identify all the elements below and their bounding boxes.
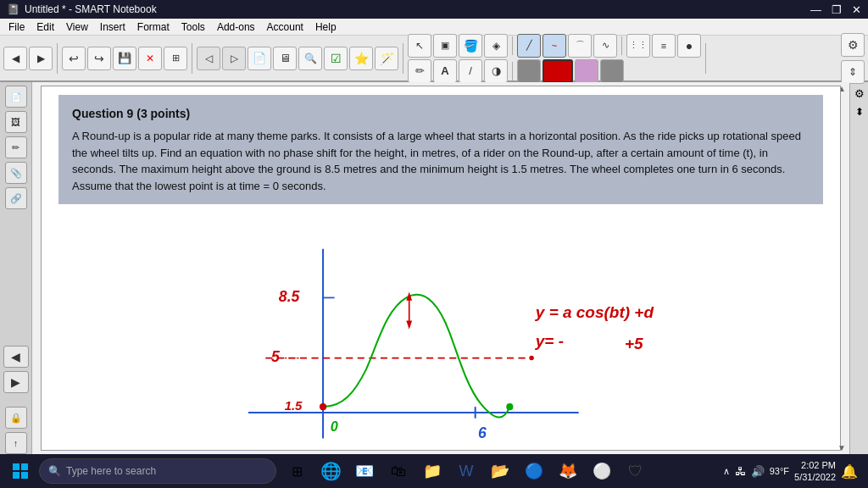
search-icon: 🔍 xyxy=(48,465,61,477)
color1[interactable] xyxy=(517,59,541,83)
notification-icon[interactable]: 🔔 xyxy=(841,463,858,480)
store-icon[interactable]: 🛍 xyxy=(383,456,414,486)
left-arrow[interactable]: ◀ xyxy=(3,346,29,368)
attachments-button[interactable]: 📎 xyxy=(5,162,27,184)
fill-tool[interactable]: 🪣 xyxy=(459,34,482,58)
expand-button[interactable]: ⇕ xyxy=(841,60,865,84)
menu-item-add-ons[interactable]: Add-ons xyxy=(212,20,260,34)
chrome2-icon[interactable]: ⚪ xyxy=(587,456,617,486)
magic-button[interactable]: 🪄 xyxy=(375,47,398,70)
right-panel: ⚙ ⬍ xyxy=(849,82,868,454)
menu-item-edit[interactable]: Edit xyxy=(31,20,59,34)
color-red[interactable] xyxy=(542,59,573,83)
color4[interactable] xyxy=(600,59,624,83)
layout-tool[interactable]: ≡ xyxy=(652,34,676,58)
pen-tool[interactable]: ✏ xyxy=(408,59,431,83)
restore-button[interactable]: ❐ xyxy=(832,3,842,16)
lock-button[interactable]: 🔒 xyxy=(5,407,27,429)
select-tool[interactable]: ↖ xyxy=(408,34,431,58)
highlight-tool[interactable]: ◑ xyxy=(484,59,508,83)
chrome-icon[interactable]: 🔵 xyxy=(519,456,549,486)
taskbar-right: ∧ 🖧 🔊 93°F 2:02 PM 5/31/2022 🔔 xyxy=(723,459,865,484)
menu-item-tools[interactable]: Tools xyxy=(176,20,210,34)
zoom-button[interactable]: 🔍 xyxy=(298,47,322,70)
prev-page-button[interactable]: ◁ xyxy=(197,47,220,70)
save2-button[interactable]: 📄 xyxy=(248,47,271,70)
forward-button[interactable]: ▶ xyxy=(29,47,53,70)
screen-button[interactable]: 🖥 xyxy=(273,47,297,70)
question-box: Question 9 (3 points) A Round-up is a po… xyxy=(58,95,823,204)
close-button[interactable]: ✕ xyxy=(852,3,861,16)
titlebar-controls[interactable]: — ❐ ✕ xyxy=(810,3,861,16)
search-bar[interactable]: 🔍 Type here to search xyxy=(39,458,276,484)
menu-item-account[interactable]: Account xyxy=(262,20,309,34)
taskbar-app-icons: ⊞ 🌐 📧 🛍 📁 W 📂 🔵 🦊 ⚪ 🛡 xyxy=(281,456,651,486)
grid-button[interactable]: ⊞ xyxy=(164,47,187,70)
page-thumb-button[interactable]: 📄 xyxy=(5,86,27,108)
svg-point-4 xyxy=(529,356,533,360)
menu-item-view[interactable]: View xyxy=(61,20,93,34)
menu-item-format[interactable]: Format xyxy=(132,20,175,34)
color3[interactable] xyxy=(575,59,598,83)
line-tool3[interactable]: ⌒ xyxy=(568,34,592,58)
links-button[interactable]: 🔗 xyxy=(5,187,27,209)
menu-item-help[interactable]: Help xyxy=(310,20,342,34)
line-tool1[interactable]: ╱ xyxy=(517,34,541,58)
gallery-button[interactable]: 🖼 xyxy=(5,111,27,133)
search-placeholder: Type here to search xyxy=(66,465,156,477)
erase-tool[interactable]: ◈ xyxy=(484,34,508,58)
expand-right-button[interactable]: ⬍ xyxy=(852,104,867,119)
grid-toggle[interactable]: ⋮⋮ xyxy=(626,34,650,58)
explorer-icon[interactable]: 📁 xyxy=(417,456,448,486)
star-button[interactable]: ⭐ xyxy=(349,47,373,70)
nav-group: ◀ ▶ xyxy=(3,47,53,70)
svg-rect-23 xyxy=(21,472,28,479)
line-tool4[interactable]: ∿ xyxy=(593,34,617,58)
sep4 xyxy=(512,36,513,55)
sep7 xyxy=(705,43,706,74)
next-page-button[interactable]: ▷ xyxy=(222,47,246,70)
text-tool[interactable]: A xyxy=(433,59,457,83)
svg-text:+5: +5 xyxy=(625,335,643,352)
delete-button[interactable]: ✕ xyxy=(138,47,162,70)
question-body: A Round-up is a popular ride at many the… xyxy=(72,128,810,194)
shape-tool[interactable]: ▣ xyxy=(433,34,457,58)
sound-icon[interactable]: 🔊 xyxy=(751,465,765,478)
settings-right-button[interactable]: ⚙ xyxy=(852,86,867,101)
minimize-button[interactable]: — xyxy=(810,3,821,16)
task-view-button[interactable]: ⊞ xyxy=(281,456,312,486)
back-button[interactable]: ◀ xyxy=(3,47,27,70)
outlook-icon[interactable]: 📧 xyxy=(349,456,380,486)
draw-tool[interactable]: / xyxy=(459,59,482,83)
svg-point-5 xyxy=(320,403,326,410)
undo-button[interactable]: ↩ xyxy=(62,47,86,70)
word-icon[interactable]: W xyxy=(451,456,481,486)
check-button[interactable]: ☑ xyxy=(324,47,348,70)
menu-item-insert[interactable]: Insert xyxy=(95,20,131,34)
svg-point-6 xyxy=(506,403,513,410)
right-arrow[interactable]: ▶ xyxy=(3,371,29,393)
edge-icon[interactable]: 🌐 xyxy=(315,456,346,486)
folder2-icon[interactable]: 📂 xyxy=(485,456,515,486)
round-tool[interactable]: ● xyxy=(677,34,701,58)
save-button[interactable]: 💾 xyxy=(113,47,136,70)
properties-button[interactable]: ✏ xyxy=(5,136,27,158)
svg-rect-20 xyxy=(13,463,19,470)
tools-container: ↖ ▣ 🪣 ◈ ╱ ~ ⌒ ∿ ⋮⋮ ≡ ● ✏ A / ◑ xyxy=(408,34,701,83)
menu-item-file[interactable]: File xyxy=(3,20,30,34)
temperature-label: 93°F xyxy=(770,466,789,476)
up-arrow-icon[interactable]: ∧ xyxy=(723,466,730,477)
math-drawing: 8.5 5 1.5 0 6 y = a cos(bt) +d xyxy=(42,243,840,450)
start-button[interactable] xyxy=(3,456,37,486)
settings-button[interactable]: ⚙ xyxy=(841,33,865,57)
share-button[interactable]: ↑ xyxy=(5,432,27,454)
firefox-icon[interactable]: 🦊 xyxy=(553,456,583,486)
line-tool2[interactable]: ~ xyxy=(542,34,566,58)
notebook-canvas[interactable]: Question 9 (3 points) A Round-up is a po… xyxy=(41,86,841,451)
svg-text:6: 6 xyxy=(478,424,487,441)
svg-text:1.5: 1.5 xyxy=(285,399,303,413)
clock[interactable]: 2:02 PM 5/31/2022 xyxy=(794,459,836,484)
vpn-icon[interactable]: 🛡 xyxy=(620,456,651,486)
redo-button[interactable]: ↪ xyxy=(87,47,111,70)
network-icon[interactable]: 🖧 xyxy=(735,465,746,478)
